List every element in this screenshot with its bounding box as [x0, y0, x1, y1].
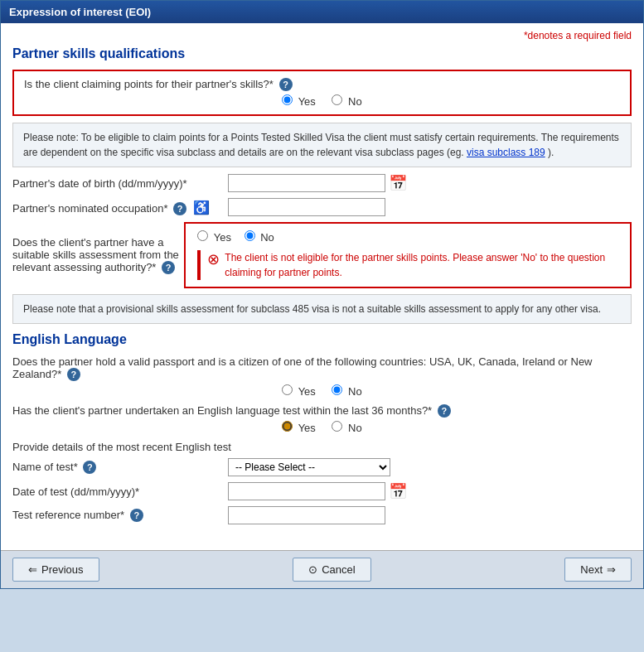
required-note: *denotes a required field	[12, 30, 632, 41]
occupation-input[interactable]	[228, 198, 385, 216]
passport-yes-radio[interactable]	[282, 384, 293, 395]
passport-no-label[interactable]: No	[332, 385, 361, 398]
date-of-test-label: Date of test (dd/mm/yyyy)*	[12, 485, 228, 498]
next-arrow-icon: ⇒	[607, 563, 616, 576]
test-reference-input[interactable]	[228, 506, 385, 524]
dob-row: Partner's date of birth (dd/mm/yyyy)* 📅	[12, 174, 632, 192]
dob-calendar-icon[interactable]: 📅	[389, 174, 407, 192]
english-language-title: English Language	[12, 332, 632, 347]
skills-help-icon[interactable]: ?	[162, 261, 175, 274]
dob-input[interactable]	[228, 174, 385, 192]
claiming-yes-radio[interactable]	[282, 94, 293, 105]
skills-question-label: Does the client's partner have a suitabl…	[12, 236, 184, 274]
dob-label: Partner's date of birth (dd/mm/yyyy)*	[12, 177, 228, 190]
test-reference-row: Test reference number* ?	[12, 506, 632, 524]
claiming-radio-group: Yes No	[24, 94, 620, 108]
skills-error-box: ⊗ The client is not eligible for the par…	[197, 250, 618, 280]
test-reference-label: Test reference number* ?	[12, 509, 228, 522]
skills-note-box: Please note that a provisional skills as…	[12, 294, 632, 324]
claiming-question-box: Is the client claiming points for their …	[12, 70, 632, 116]
skills-yes-radio[interactable]	[197, 230, 208, 241]
english-test-no-radio[interactable]	[332, 421, 342, 432]
date-of-test-row: Date of test (dd/mm/yyyy)* 📅	[12, 482, 632, 500]
skills-no-label[interactable]: No	[245, 231, 274, 244]
claiming-question-label: Is the client claiming points for their …	[24, 78, 620, 91]
skills-error-message: The client is not eligible for the partn…	[225, 250, 618, 280]
cancel-button[interactable]: ⊙ Cancel	[293, 558, 370, 582]
english-test-radio-group: Yes No	[12, 421, 632, 434]
skills-radio-group: Yes No	[197, 230, 618, 244]
skills-radio-error-wrapper: Yes No ⊗ The client is not eligible for …	[184, 222, 632, 288]
skills-no-radio[interactable]	[245, 230, 255, 241]
occupation-label: Partner's nominated occupation* ? ♿	[12, 200, 228, 215]
skills-assessment-area: Does the client's partner have a suitabl…	[12, 222, 632, 288]
occupation-row: Partner's nominated occupation* ? ♿	[12, 198, 632, 216]
occupation-help-icon[interactable]: ?	[173, 202, 186, 215]
name-of-test-label: Name of test* ?	[12, 461, 228, 474]
content-area: *denotes a required field Partner skills…	[1, 23, 643, 542]
partner-skills-title: Partner skills qualifications	[12, 46, 632, 61]
error-icon: ⊗	[207, 250, 220, 268]
claiming-yes-label[interactable]: Yes	[282, 95, 318, 108]
previous-button[interactable]: ⇐ Previous	[12, 558, 99, 582]
claiming-help-icon[interactable]: ?	[279, 78, 293, 91]
skills-question-row: Does the client's partner have a suitabl…	[12, 222, 632, 288]
passport-no-radio[interactable]	[332, 384, 342, 395]
name-of-test-help-icon[interactable]: ?	[83, 461, 96, 474]
next-button[interactable]: Next ⇒	[564, 558, 632, 582]
date-of-test-calendar-icon[interactable]: 📅	[389, 482, 407, 500]
passport-help-icon[interactable]: ?	[67, 368, 80, 381]
info-box: Please note: To be eligible to claim poi…	[12, 123, 632, 167]
main-window: Expression of interest (EOI) *denotes a …	[0, 0, 644, 589]
english-test-help-icon[interactable]: ?	[438, 404, 451, 418]
provide-details-label: Provide details of the most recent Engli…	[12, 441, 632, 453]
date-of-test-input[interactable]	[228, 482, 385, 500]
passport-question: Does the partner hold a valid passport a…	[12, 355, 632, 381]
passport-yes-label[interactable]: Yes	[282, 385, 318, 398]
skills-yes-label[interactable]: Yes	[197, 231, 234, 244]
english-test-yes-radio[interactable]	[282, 421, 293, 432]
passport-radio-group: Yes No	[12, 384, 632, 398]
name-of-test-select[interactable]: -- Please Select --	[228, 458, 390, 476]
english-test-question: Has the client's partner undertaken an E…	[12, 404, 632, 418]
english-test-yes-label[interactable]: Yes	[282, 422, 318, 434]
claiming-no-radio[interactable]	[332, 94, 342, 105]
english-test-no-label[interactable]: No	[332, 422, 361, 434]
title-bar: Expression of interest (EOI)	[1, 1, 643, 23]
visa-subclass-link[interactable]: visa subclass 189	[467, 147, 545, 158]
footer-bar: ⇐ Previous ⊙ Cancel Next ⇒	[1, 550, 643, 588]
window-title: Expression of interest (EOI)	[9, 6, 151, 18]
name-of-test-row: Name of test* ? -- Please Select --	[12, 458, 632, 476]
claiming-no-label[interactable]: No	[332, 95, 361, 108]
disability-icon: ♿	[193, 200, 210, 215]
test-reference-help-icon[interactable]: ?	[130, 509, 143, 522]
prev-arrow-icon: ⇐	[28, 563, 37, 576]
cancel-icon: ⊙	[308, 563, 317, 576]
